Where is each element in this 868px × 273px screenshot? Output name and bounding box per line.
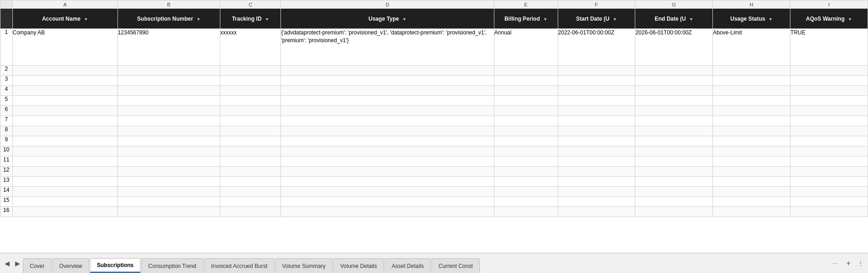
cell-empty[interactable] bbox=[220, 177, 281, 187]
cell-empty[interactable] bbox=[118, 167, 220, 177]
col-letter-b[interactable]: B bbox=[118, 0, 220, 9]
cell-empty[interactable] bbox=[494, 146, 558, 156]
tab-more-button[interactable]: ··· bbox=[830, 258, 840, 268]
cell-f1[interactable]: 2022-06-01T00:00:00Z bbox=[558, 29, 635, 66]
cell-empty[interactable] bbox=[713, 136, 790, 146]
cell-empty[interactable] bbox=[220, 86, 281, 96]
cell-empty[interactable] bbox=[713, 96, 790, 106]
cell-empty[interactable] bbox=[790, 76, 868, 86]
cell-empty[interactable] bbox=[558, 177, 635, 187]
tab-volume-details[interactable]: Volume Details bbox=[333, 258, 384, 273]
header-subscription-number[interactable]: Subscription Number ▼ bbox=[118, 9, 220, 29]
cell-empty[interactable] bbox=[281, 167, 494, 177]
cell-empty[interactable] bbox=[790, 187, 868, 197]
cell-c1[interactable]: xxxxxx bbox=[220, 29, 281, 66]
cell-empty[interactable] bbox=[635, 76, 713, 86]
cell-empty[interactable] bbox=[281, 126, 494, 136]
cell-empty[interactable] bbox=[281, 207, 494, 217]
cell-empty[interactable] bbox=[635, 116, 713, 126]
header-aqos-warning-dropdown[interactable]: ▼ bbox=[848, 17, 852, 22]
cell-empty[interactable] bbox=[494, 76, 558, 86]
col-letter-f[interactable]: F bbox=[558, 0, 635, 9]
cell-empty[interactable] bbox=[220, 136, 281, 146]
cell-empty[interactable] bbox=[118, 146, 220, 156]
cell-empty[interactable] bbox=[281, 116, 494, 126]
cell-empty[interactable] bbox=[118, 207, 220, 217]
header-end-date-dropdown[interactable]: ▼ bbox=[689, 17, 694, 22]
cell-empty[interactable] bbox=[790, 116, 868, 126]
cell-empty[interactable] bbox=[220, 126, 281, 136]
cell-empty[interactable] bbox=[281, 187, 494, 197]
cell-empty[interactable] bbox=[220, 116, 281, 126]
cell-empty[interactable] bbox=[494, 116, 558, 126]
header-account-name[interactable]: Account Name ▼ bbox=[12, 9, 118, 29]
cell-empty[interactable] bbox=[790, 156, 868, 167]
cell-empty[interactable] bbox=[713, 106, 790, 116]
cell-empty[interactable] bbox=[118, 187, 220, 197]
cell-empty[interactable] bbox=[12, 187, 118, 197]
cell-empty[interactable] bbox=[220, 167, 281, 177]
cell-empty[interactable] bbox=[12, 66, 118, 76]
cell-empty[interactable] bbox=[118, 76, 220, 86]
cell-empty[interactable] bbox=[220, 146, 281, 156]
cell-empty[interactable] bbox=[713, 197, 790, 207]
cell-empty[interactable] bbox=[281, 106, 494, 116]
header-usage-status-dropdown[interactable]: ▼ bbox=[768, 17, 773, 22]
header-aqos-warning[interactable]: AQoS Warning ▼ bbox=[790, 9, 868, 29]
cell-empty[interactable] bbox=[790, 66, 868, 76]
cell-empty[interactable] bbox=[12, 177, 118, 187]
cell-empty[interactable] bbox=[558, 187, 635, 197]
cell-empty[interactable] bbox=[118, 96, 220, 106]
cell-empty[interactable] bbox=[220, 66, 281, 76]
tab-add-button[interactable]: + bbox=[843, 257, 854, 269]
tab-options-button[interactable]: ⋮ bbox=[855, 258, 866, 268]
cell-empty[interactable] bbox=[494, 126, 558, 136]
cell-a1[interactable]: Company AB bbox=[12, 29, 118, 66]
cell-empty[interactable] bbox=[558, 86, 635, 96]
cell-empty[interactable] bbox=[281, 86, 494, 96]
header-usage-type-dropdown[interactable]: ▼ bbox=[403, 17, 407, 22]
cell-empty[interactable] bbox=[790, 126, 868, 136]
cell-empty[interactable] bbox=[12, 76, 118, 86]
tab-volume-summary[interactable]: Volume Summary bbox=[275, 258, 333, 273]
tab-prev-button[interactable]: ◀ bbox=[2, 258, 12, 269]
header-tracking-id[interactable]: Tracking ID ▼ bbox=[220, 9, 281, 29]
cell-empty[interactable] bbox=[558, 156, 635, 167]
cell-empty[interactable] bbox=[12, 146, 118, 156]
cell-empty[interactable] bbox=[558, 106, 635, 116]
cell-empty[interactable] bbox=[12, 126, 118, 136]
cell-b1[interactable]: 1234567890 bbox=[118, 29, 220, 66]
cell-empty[interactable] bbox=[118, 126, 220, 136]
cell-e1[interactable]: Annual bbox=[494, 29, 558, 66]
cell-empty[interactable] bbox=[281, 197, 494, 207]
header-account-name-dropdown[interactable]: ▼ bbox=[84, 17, 88, 22]
cell-empty[interactable] bbox=[220, 106, 281, 116]
cell-empty[interactable] bbox=[713, 86, 790, 96]
cell-empty[interactable] bbox=[281, 66, 494, 76]
cell-empty[interactable] bbox=[118, 86, 220, 96]
cell-empty[interactable] bbox=[12, 86, 118, 96]
cell-empty[interactable] bbox=[12, 96, 118, 106]
cell-empty[interactable] bbox=[494, 96, 558, 106]
cell-empty[interactable] bbox=[635, 106, 713, 116]
cell-empty[interactable] bbox=[494, 207, 558, 217]
cell-empty[interactable] bbox=[494, 86, 558, 96]
header-start-date-dropdown[interactable]: ▼ bbox=[613, 17, 617, 22]
cell-i1[interactable]: TRUE bbox=[790, 29, 868, 66]
cell-empty[interactable] bbox=[558, 167, 635, 177]
header-billing-period-dropdown[interactable]: ▼ bbox=[543, 17, 548, 22]
cell-empty[interactable] bbox=[12, 167, 118, 177]
cell-empty[interactable] bbox=[635, 126, 713, 136]
cell-empty[interactable] bbox=[635, 177, 713, 187]
tab-asset-details[interactable]: Asset Details bbox=[385, 258, 431, 273]
cell-empty[interactable] bbox=[220, 207, 281, 217]
header-subscription-number-dropdown[interactable]: ▼ bbox=[196, 17, 201, 22]
cell-g1[interactable]: 2026-06-01T00:00:00Z bbox=[635, 29, 713, 66]
col-letter-i[interactable]: I bbox=[790, 0, 868, 9]
header-usage-status[interactable]: Usage Status ▼ bbox=[713, 9, 790, 29]
cell-empty[interactable] bbox=[790, 136, 868, 146]
cell-empty[interactable] bbox=[635, 96, 713, 106]
tab-current-const[interactable]: Current Const bbox=[431, 258, 480, 273]
cell-empty[interactable] bbox=[118, 116, 220, 126]
header-end-date[interactable]: End Date (U ▼ bbox=[635, 9, 713, 29]
